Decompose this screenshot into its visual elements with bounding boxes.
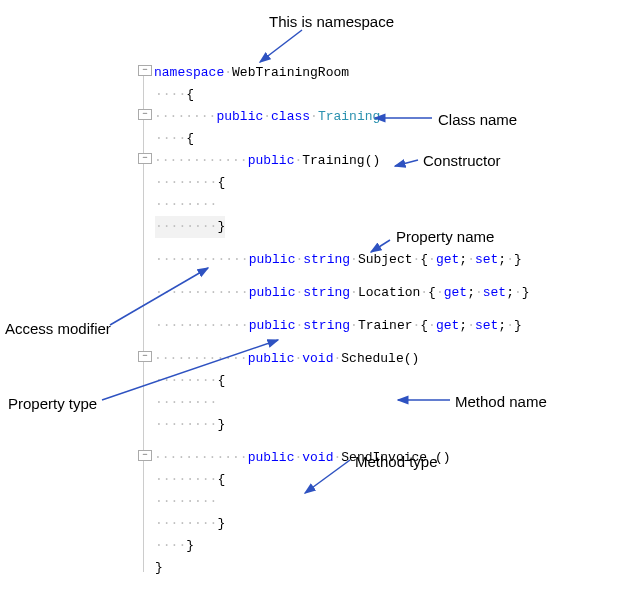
code-line: −········public·class·Training xyxy=(138,106,598,128)
close-brace: } xyxy=(155,560,163,575)
open-brace: { xyxy=(428,285,436,300)
whitespace-dots: ········ xyxy=(155,175,217,190)
code-line: ········ xyxy=(138,491,598,513)
whitespace-dots: ········ xyxy=(155,373,217,388)
whitespace-dot: · xyxy=(506,252,514,267)
parentheses: () xyxy=(435,450,451,465)
method-name: SendInvoice xyxy=(341,450,427,465)
keyword-class: class xyxy=(271,109,310,124)
property-name: Location xyxy=(358,285,420,300)
keyword-public: public xyxy=(248,351,295,366)
open-brace: { xyxy=(420,318,428,333)
whitespace-dots: ············ xyxy=(155,318,249,333)
whitespace-dot: · xyxy=(310,109,318,124)
keyword-void: void xyxy=(302,351,333,366)
whitespace-dots: ············ xyxy=(154,450,248,465)
whitespace-dots: ············ xyxy=(155,252,249,267)
code-line: ········{ xyxy=(138,469,598,491)
open-brace: { xyxy=(186,87,194,102)
semicolon: ; xyxy=(467,285,475,300)
annotation-property-type: Property type xyxy=(8,395,97,412)
whitespace-dots: ········ xyxy=(155,219,217,234)
open-brace: { xyxy=(217,373,225,388)
property-name: Trainer xyxy=(358,318,413,333)
close-brace: } xyxy=(186,538,194,553)
close-brace: } xyxy=(217,219,225,234)
keyword-public: public xyxy=(248,153,295,168)
annotation-namespace: This is namespace xyxy=(269,13,394,30)
whitespace-dots: ············ xyxy=(154,351,248,366)
annotation-access-modifier: Access modifier xyxy=(5,320,111,337)
keyword-public: public xyxy=(248,450,295,465)
whitespace-dot: · xyxy=(420,285,428,300)
blank-line xyxy=(138,304,598,315)
whitespace-dots: ········ xyxy=(155,516,217,531)
code-line: ········ xyxy=(138,392,598,414)
code-line: ········} xyxy=(138,414,598,436)
whitespace-dots: ············ xyxy=(155,285,249,300)
keyword-string: string xyxy=(303,318,350,333)
method-name: Schedule xyxy=(341,351,403,366)
whitespace-dot: · xyxy=(263,109,271,124)
code-line: ········} xyxy=(138,513,598,535)
code-editor: −namespace·WebTrainingRoom ····{ −······… xyxy=(138,62,598,579)
open-brace: { xyxy=(186,131,194,146)
whitespace-dots: ········ xyxy=(155,472,217,487)
code-line: } xyxy=(138,557,598,579)
whitespace-dot: · xyxy=(506,318,514,333)
code-line: −namespace·WebTrainingRoom xyxy=(138,62,598,84)
close-brace: } xyxy=(514,318,522,333)
whitespace-dot: · xyxy=(514,285,522,300)
parentheses: () xyxy=(404,351,420,366)
semicolon: ; xyxy=(506,285,514,300)
fold-toggle[interactable]: − xyxy=(138,450,152,461)
close-brace: } xyxy=(217,516,225,531)
whitespace-dot: · xyxy=(467,318,475,333)
keyword-set: set xyxy=(483,285,506,300)
semicolon: ; xyxy=(459,252,467,267)
whitespace-dot: · xyxy=(350,318,358,333)
code-line: −············public·void·Schedule() xyxy=(138,348,598,370)
highlighted-line: ········} xyxy=(155,216,225,238)
keyword-public: public xyxy=(249,285,296,300)
constructor-identifier: Training xyxy=(302,153,364,168)
close-brace: } xyxy=(217,417,225,432)
whitespace-dot: · xyxy=(428,318,436,333)
open-brace: { xyxy=(217,175,225,190)
code-line: ····{ xyxy=(138,84,598,106)
close-brace: } xyxy=(522,285,530,300)
whitespace-dot: · xyxy=(467,252,475,267)
whitespace-dots: ········ xyxy=(155,417,217,432)
code-line: ········} xyxy=(138,216,598,238)
fold-toggle[interactable]: − xyxy=(138,109,152,120)
semicolon: ; xyxy=(459,318,467,333)
whitespace-dot: · xyxy=(475,285,483,300)
keyword-string: string xyxy=(303,285,350,300)
whitespace-dots: ········ xyxy=(155,197,217,212)
blank-line xyxy=(138,238,598,249)
whitespace-dot: · xyxy=(350,285,358,300)
keyword-public: public xyxy=(249,252,296,267)
code-line: ····} xyxy=(138,535,598,557)
fold-toggle[interactable]: − xyxy=(138,65,152,76)
code-line: ········{ xyxy=(138,370,598,392)
fold-toggle[interactable]: − xyxy=(138,153,152,164)
semicolon: ; xyxy=(498,252,506,267)
keyword-set: set xyxy=(475,252,498,267)
blank-line xyxy=(138,436,598,447)
open-brace: { xyxy=(420,252,428,267)
keyword-get: get xyxy=(436,318,459,333)
keyword-public: public xyxy=(249,318,296,333)
whitespace-dot: · xyxy=(436,285,444,300)
parentheses: () xyxy=(365,153,381,168)
whitespace-dots: ········ xyxy=(155,395,217,410)
property-name: Subject xyxy=(358,252,413,267)
keyword-get: get xyxy=(444,285,467,300)
code-line: ········ xyxy=(138,194,598,216)
keyword-set: set xyxy=(475,318,498,333)
code-line: ········{ xyxy=(138,172,598,194)
fold-toggle[interactable]: − xyxy=(138,351,152,362)
code-line: ············public·string·Subject·{·get;… xyxy=(138,249,598,271)
whitespace-dots: ········ xyxy=(154,109,216,124)
blank-line xyxy=(138,337,598,348)
